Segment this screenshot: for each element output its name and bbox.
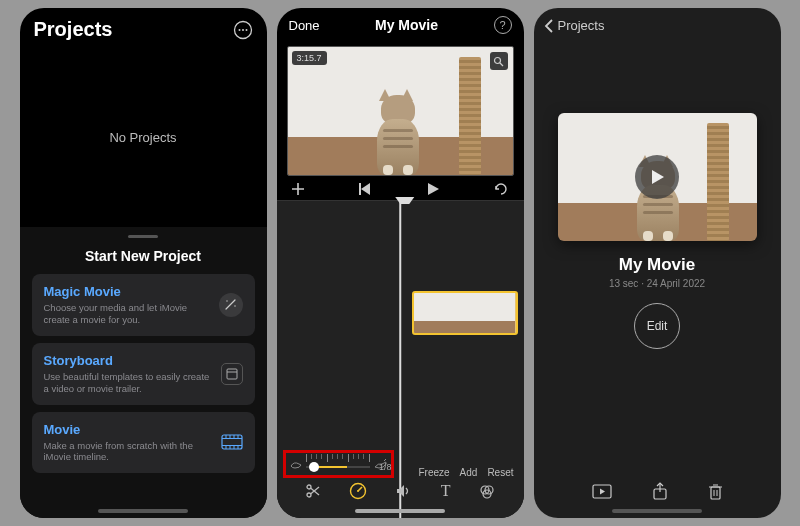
trash-icon[interactable] (708, 482, 723, 500)
option-title: Magic Movie (44, 284, 213, 299)
playhead[interactable] (399, 201, 401, 518)
home-indicator[interactable] (355, 509, 445, 513)
new-project-panel: Start New Project Magic Movie Choose you… (20, 227, 267, 518)
option-title: Storyboard (44, 353, 213, 368)
add-media-icon[interactable] (291, 182, 305, 196)
storyboard-icon (221, 363, 243, 385)
project-title: My Movie (534, 255, 781, 275)
sheet-grabber[interactable] (128, 235, 158, 238)
svg-point-5 (234, 306, 235, 307)
option-movie[interactable]: Movie Make a movie from scratch with the… (32, 412, 255, 474)
filters-icon[interactable] (479, 483, 495, 499)
share-icon[interactable] (652, 482, 668, 500)
selected-clip[interactable] (412, 291, 517, 335)
project-title: My Movie (375, 17, 438, 33)
home-indicator[interactable] (612, 509, 702, 513)
speed-slider[interactable] (306, 454, 370, 474)
section-title: Start New Project (20, 248, 267, 264)
magic-wand-icon (219, 293, 243, 317)
empty-state-text: No Projects (20, 47, 267, 227)
option-title: Movie (44, 422, 213, 437)
option-desc: Choose your media and let iMovie create … (44, 302, 213, 326)
header: Projects (20, 8, 267, 47)
svg-marker-38 (652, 170, 664, 184)
svg-line-30 (310, 487, 319, 494)
projects-screen: Projects No Projects Start New Project M… (20, 8, 267, 518)
tortoise-icon (290, 459, 302, 469)
svg-line-26 (384, 459, 386, 461)
speed-knob[interactable] (309, 462, 319, 472)
titles-icon[interactable]: T (441, 482, 451, 500)
home-indicator[interactable] (98, 509, 188, 513)
project-meta: 13 sec · 24 April 2022 (534, 278, 781, 289)
back-button[interactable]: Projects (534, 8, 781, 33)
bottom-actions (534, 482, 781, 500)
svg-rect-8 (222, 435, 242, 449)
scissors-icon[interactable] (305, 483, 321, 499)
tools-row: T (277, 477, 524, 505)
page-title: Projects (34, 18, 113, 41)
svg-rect-24 (359, 183, 361, 195)
option-desc: Use beautiful templates to easily create… (44, 371, 213, 395)
svg-line-29 (310, 488, 319, 495)
speed-value: 1/8 (379, 462, 392, 472)
time-badge: 3:15.7 (292, 51, 327, 65)
play-overlay-icon[interactable] (635, 155, 679, 199)
svg-point-4 (226, 301, 227, 302)
svg-point-3 (245, 29, 247, 31)
svg-rect-43 (711, 487, 720, 499)
svg-line-20 (500, 63, 503, 66)
option-magic-movie[interactable]: Magic Movie Choose your media and let iM… (32, 274, 255, 336)
option-storyboard[interactable]: Storyboard Use beautiful templates to ea… (32, 343, 255, 405)
skip-back-icon[interactable] (358, 183, 372, 195)
svg-point-19 (495, 57, 501, 63)
help-icon[interactable]: ? (494, 16, 512, 34)
project-thumbnail[interactable] (558, 113, 757, 241)
done-button[interactable]: Done (289, 18, 320, 33)
svg-marker-23 (361, 183, 370, 195)
video-preview[interactable]: 3:15.7 (287, 46, 514, 176)
svg-point-2 (242, 29, 244, 31)
svg-marker-34 (397, 485, 404, 497)
more-icon[interactable] (233, 20, 253, 40)
play-fullscreen-icon[interactable] (592, 482, 612, 500)
back-label: Projects (558, 18, 605, 33)
editor-screen: Done My Movie ? 3:15.7 1/8 (277, 8, 524, 518)
magnify-icon[interactable] (490, 52, 508, 70)
timeline[interactable]: 1/8 Freeze Add Reset T (277, 200, 524, 518)
undo-icon[interactable] (493, 183, 509, 195)
header: Done My Movie ? (277, 8, 524, 42)
edit-button[interactable]: Edit (634, 303, 680, 349)
svg-marker-25 (428, 183, 439, 195)
project-detail-screen: Projects My Movie 13 sec · 24 April 2022… (534, 8, 781, 518)
option-desc: Make a movie from scratch with the iMovi… (44, 440, 213, 464)
svg-point-1 (238, 29, 240, 31)
speed-slider-highlight (283, 450, 394, 478)
speedometer-icon[interactable] (349, 482, 367, 500)
film-icon (221, 434, 243, 450)
svg-point-33 (357, 490, 359, 492)
play-icon[interactable] (426, 182, 440, 196)
preview-thumbnail (288, 47, 513, 175)
svg-marker-40 (600, 488, 605, 494)
volume-icon[interactable] (396, 484, 412, 498)
svg-rect-6 (227, 369, 237, 379)
chevron-left-icon (544, 19, 554, 33)
